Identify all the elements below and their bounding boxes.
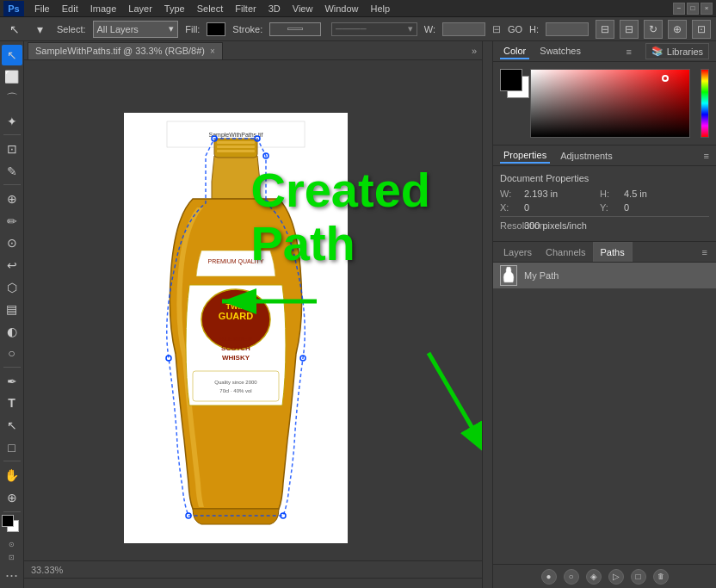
tab-scroll-arrow[interactable]: »: [466, 46, 482, 56]
menu-layer[interactable]: Layer: [123, 2, 157, 15]
close-tab-button[interactable]: ×: [210, 46, 215, 56]
menu-filter[interactable]: Filter: [230, 2, 261, 15]
menu-image[interactable]: Image: [85, 2, 122, 15]
props-x-row: X: 0 Y: 0: [500, 202, 709, 213]
eyedropper-tool[interactable]: ✎: [2, 161, 22, 182]
menu-help[interactable]: Help: [366, 2, 396, 15]
h-input[interactable]: [546, 22, 589, 36]
dodge-tool[interactable]: ○: [2, 343, 22, 363]
selection-tool-icon: ↖: [5, 20, 24, 39]
menu-view[interactable]: View: [287, 2, 318, 15]
zoom-tool[interactable]: ⊕: [2, 487, 22, 508]
path-selection-tool[interactable]: ↖: [2, 415, 22, 436]
panel-btn[interactable]: ⊡: [692, 20, 711, 39]
spot-healing-tool[interactable]: ⊕: [2, 189, 22, 209]
color-content: [493, 62, 716, 145]
w-label: W:: [424, 24, 435, 34]
tab-properties[interactable]: Properties: [500, 148, 550, 164]
transform-btn[interactable]: ↻: [644, 20, 663, 39]
maximize-button[interactable]: □: [687, 3, 699, 15]
h-label: H:: [529, 24, 539, 34]
menu-select[interactable]: Select: [192, 2, 229, 15]
new-path-btn[interactable]: □: [631, 569, 646, 585]
left-toolbar: ↖ ⬜ ⌒ ✦ ⊡ ✎ ⊕ ✏ ⊙ ↩ ⬡ ▤ ◐ ○ ✒ T ↖ □ ✋ ⊕ …: [0, 41, 24, 588]
props-y-value: 0: [624, 202, 693, 213]
stroke-swatch[interactable]: [269, 22, 321, 36]
props-w-row: W: 2.193 in H: 4.5 in: [500, 189, 709, 199]
svg-rect-4: [217, 141, 255, 144]
stroke-width-control[interactable]: ───── ▾: [331, 22, 417, 36]
blur-tool[interactable]: ◐: [2, 321, 22, 342]
menu-3d[interactable]: 3D: [263, 2, 286, 15]
w-input[interactable]: [442, 22, 485, 36]
close-button[interactable]: ×: [701, 3, 713, 15]
path-thumbnail: [500, 265, 517, 286]
right-panel: Color Swatches ≡ 📚 Libraries: [492, 41, 716, 588]
more-tools-btn[interactable]: ···: [5, 566, 18, 585]
marquee-tool[interactable]: ⬜: [2, 67, 22, 88]
layers-menu-icon[interactable]: ≡: [697, 247, 713, 257]
hue-bar[interactable]: [701, 69, 709, 138]
crop-tool[interactable]: ⊡: [2, 139, 22, 159]
select-dropdown[interactable]: All Layers ▾: [93, 21, 179, 38]
minimize-button[interactable]: −: [673, 3, 685, 15]
quick-select-tool[interactable]: ✦: [2, 111, 22, 132]
tab-swatches[interactable]: Swatches: [536, 44, 584, 59]
canvas-tab[interactable]: SampleWithPaths.tif @ 33.3% (RGB/8#) ×: [28, 42, 223, 59]
libraries-btn[interactable]: 📚 Libraries: [645, 43, 709, 59]
tab-channels[interactable]: Channels: [539, 242, 592, 262]
fill-path-btn[interactable]: ●: [541, 569, 557, 585]
fg-bg-colors[interactable]: [2, 515, 22, 539]
fill-swatch[interactable]: [207, 22, 225, 36]
load-selection-btn[interactable]: ◈: [586, 569, 602, 585]
search-btn[interactable]: ⊕: [668, 20, 687, 39]
main-layout: ↖ ⬜ ⌒ ✦ ⊡ ✎ ⊕ ✏ ⊙ ↩ ⬡ ▤ ◐ ○ ✒ T ↖ □ ✋ ⊕ …: [0, 41, 716, 588]
color-spectrum[interactable]: [530, 69, 690, 138]
move-tool[interactable]: ↖: [2, 45, 22, 65]
props-resolution-row: Resolution: 300 pixels/inch: [500, 220, 709, 231]
foreground-color[interactable]: [500, 69, 522, 91]
menu-edit[interactable]: Edit: [57, 2, 83, 15]
brush-tool[interactable]: ✏: [2, 211, 22, 232]
ps-logo: Ps: [3, 1, 24, 16]
lock-aspect-icon[interactable]: ⊟: [492, 23, 501, 35]
quick-mask-btn[interactable]: ⊙: [9, 541, 15, 548]
props-resolution-value: 300 pixels/inch: [524, 220, 587, 231]
menu-file[interactable]: File: [29, 2, 55, 15]
svg-text:GUARD: GUARD: [219, 311, 253, 321]
tab-layers[interactable]: Layers: [497, 242, 539, 262]
lasso-tool[interactable]: ⌒: [2, 89, 22, 109]
distribute-btn[interactable]: ⊟: [620, 20, 639, 39]
props-w-label: W:: [500, 189, 517, 199]
align-btn[interactable]: ⊟: [596, 20, 614, 39]
svg-text:PREMIUM QUALITY: PREMIUM QUALITY: [208, 258, 264, 265]
screen-mode-btn[interactable]: ⊡: [9, 554, 15, 561]
bottom-scrollbar[interactable]: [24, 578, 482, 588]
fg-color-swatch: [2, 515, 14, 527]
clone-stamp-tool[interactable]: ⊙: [2, 233, 22, 254]
props-y-label: Y:: [600, 202, 617, 213]
make-work-path-btn[interactable]: ▷: [608, 569, 624, 585]
gradient-tool[interactable]: ▤: [2, 299, 22, 319]
tab-paths[interactable]: Paths: [593, 242, 633, 262]
type-tool[interactable]: T: [2, 393, 22, 414]
menu-window[interactable]: Window: [319, 2, 363, 15]
stroke-path-btn[interactable]: ○: [564, 569, 579, 585]
fg-bg-swatch[interactable]: [500, 69, 523, 100]
color-panel-menu[interactable]: ≡: [626, 46, 631, 57]
path-row-mypath[interactable]: My Path: [493, 263, 716, 288]
shape-tool[interactable]: □: [2, 437, 22, 458]
right-scrollbar[interactable]: [482, 41, 492, 588]
pen-tool[interactable]: ✒: [2, 371, 22, 392]
history-brush-tool[interactable]: ↩: [2, 255, 22, 275]
tab-color[interactable]: Color: [500, 44, 529, 59]
delete-path-btn[interactable]: 🗑: [653, 569, 669, 585]
canvas-viewport[interactable]: SampleWithPaths.tif: [24, 60, 482, 560]
stroke-label: Stroke:: [232, 24, 262, 34]
tab-adjustments[interactable]: Adjustments: [557, 149, 616, 163]
eraser-tool[interactable]: ⬡: [2, 277, 22, 298]
tool-divider-1: [3, 134, 21, 135]
hand-tool[interactable]: ✋: [2, 465, 22, 486]
menu-type[interactable]: Type: [159, 2, 190, 15]
properties-menu[interactable]: ≡: [704, 151, 709, 161]
